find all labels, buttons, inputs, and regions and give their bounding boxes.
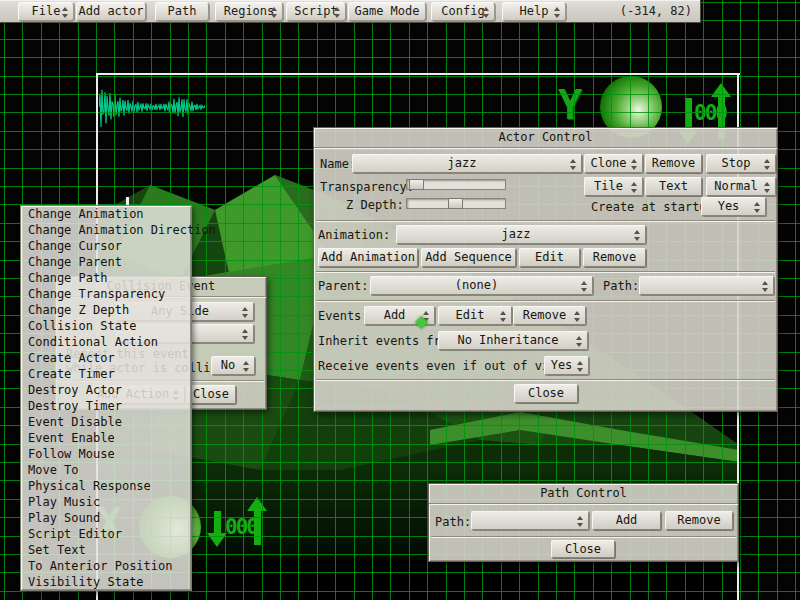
- repeat-combo[interactable]: No: [211, 356, 255, 375]
- arrow-stem: [685, 98, 692, 130]
- menu-item[interactable]: Change Animation Direction: [21, 222, 191, 238]
- menu-item[interactable]: Create Actor: [21, 350, 191, 366]
- menu-item[interactable]: Visibility State: [21, 574, 191, 590]
- inherit-combo[interactable]: No Inheritance: [438, 331, 588, 350]
- menu-script[interactable]: Script: [286, 2, 346, 21]
- path-combo[interactable]: [471, 511, 589, 530]
- zdepth-slider[interactable]: [406, 198, 506, 209]
- inherit-value: No Inheritance: [443, 332, 573, 349]
- menu-item[interactable]: Set Text: [21, 542, 191, 558]
- parent-combo[interactable]: (none): [370, 276, 593, 295]
- menu-script-label: Script: [294, 4, 337, 18]
- tile-button[interactable]: Tile: [584, 177, 643, 196]
- menu-item[interactable]: Destroy Actor: [21, 382, 191, 398]
- startup-combo[interactable]: Yes: [701, 197, 766, 216]
- menu-item[interactable]: Change Animation: [21, 206, 191, 222]
- menu-help[interactable]: Help: [502, 2, 566, 21]
- path-close-button[interactable]: Close: [551, 540, 615, 558]
- menu-regions[interactable]: Regions: [215, 2, 283, 21]
- animation-value: jazz: [401, 226, 631, 243]
- events-label: Events:: [318, 309, 369, 323]
- menu-config[interactable]: Config: [431, 2, 495, 21]
- menu-item[interactable]: To Anterior Position: [21, 558, 191, 574]
- path-label: Path:: [603, 279, 639, 293]
- animation-label: Animation:: [318, 228, 390, 242]
- actor-close-button[interactable]: Close: [514, 384, 578, 403]
- spinner-icon: [763, 159, 772, 170]
- menu-help-label: Help: [520, 4, 549, 18]
- separator: [316, 300, 775, 302]
- top-menu-bar: File Add actor Path Regions Script Game …: [0, 0, 701, 23]
- separator: [431, 536, 736, 538]
- spinner-icon: [569, 159, 578, 170]
- transparency-slider-handle[interactable]: [409, 179, 424, 190]
- menu-item[interactable]: Collision State: [21, 318, 191, 334]
- menu-item[interactable]: Play Sound: [21, 510, 191, 526]
- path-control-title: Path Control: [429, 484, 738, 504]
- menu-path[interactable]: Path: [155, 2, 209, 21]
- menu-regions-label: Regions: [224, 4, 275, 18]
- menu-item[interactable]: Move To: [21, 462, 191, 478]
- stop-button[interactable]: Stop: [706, 154, 776, 173]
- events-remove-combo[interactable]: Remove: [513, 306, 586, 325]
- remove-actor-button[interactable]: Remove: [645, 154, 702, 173]
- menu-item[interactable]: Change Transparency: [21, 286, 191, 302]
- menu-item[interactable]: Play Music: [21, 494, 191, 510]
- normal-combo[interactable]: Normal: [706, 177, 776, 196]
- spinner-icon: [241, 307, 250, 318]
- menu-path-label: Path: [168, 4, 197, 18]
- add-sequence-button[interactable]: Add Sequence: [421, 248, 516, 267]
- menu-item[interactable]: Event Disable: [21, 414, 191, 430]
- menu-item[interactable]: Destroy Timer: [21, 398, 191, 414]
- tile-label: Tile: [589, 178, 628, 195]
- menu-item[interactable]: Physical Response: [21, 478, 191, 494]
- menu-game-mode[interactable]: Game Mode: [348, 2, 426, 21]
- remove-animation-button[interactable]: Remove: [583, 248, 646, 267]
- text-button[interactable]: Text: [645, 177, 702, 196]
- spinner-icon: [499, 311, 508, 322]
- spinner-icon: [482, 7, 491, 18]
- arrow-stem: [254, 511, 261, 545]
- menu-item[interactable]: Script Editor: [21, 526, 191, 542]
- mouse-coordinates: (-314, 82): [598, 4, 692, 18]
- receive-events-combo[interactable]: Yes: [544, 356, 589, 375]
- collision-close-button[interactable]: Close: [186, 385, 236, 404]
- path-add-button[interactable]: Add: [592, 511, 661, 530]
- name-label: Name:: [320, 157, 356, 171]
- menu-item[interactable]: Change Parent: [21, 254, 191, 270]
- events-edit-combo[interactable]: Edit: [438, 306, 512, 325]
- menu-file-label: File: [32, 4, 61, 18]
- game-editor-stage: Y 000 X 000 Collision Event Any Side: [0, 0, 800, 600]
- parent-value: (none): [375, 277, 578, 294]
- spinner-icon: [576, 361, 585, 372]
- x-scroll-up-arrow[interactable]: [247, 497, 267, 545]
- path-control-dialog: Path Control Path: Add Remove Close: [428, 483, 739, 562]
- spinner-icon: [761, 281, 770, 292]
- clone-button[interactable]: Clone: [584, 154, 643, 173]
- menu-add-actor-label: Add actor: [78, 4, 143, 18]
- spinner-icon: [575, 336, 584, 347]
- menu-item[interactable]: Create Timer: [21, 366, 191, 382]
- spinner-icon: [753, 202, 762, 213]
- menu-item[interactable]: Follow Mouse: [21, 446, 191, 462]
- menu-item[interactable]: Change Cursor: [21, 238, 191, 254]
- menu-item[interactable]: Change Z Depth: [21, 302, 191, 318]
- menu-file[interactable]: File: [18, 2, 74, 21]
- arrow-head-down-icon: [207, 533, 227, 547]
- separator: [316, 379, 775, 381]
- add-animation-button[interactable]: Add Animation: [318, 248, 418, 267]
- sound-waveform[interactable]: [99, 82, 209, 132]
- menu-add-actor[interactable]: Add actor: [76, 2, 146, 21]
- menu-item[interactable]: Conditional Action: [21, 334, 191, 350]
- transparency-slider[interactable]: [406, 179, 506, 190]
- animation-combo[interactable]: jazz: [396, 225, 646, 244]
- actor-path-combo[interactable]: [639, 276, 774, 295]
- actor-name-combo[interactable]: jazz: [352, 154, 582, 173]
- edit-animation-button[interactable]: Edit: [519, 248, 580, 267]
- zdepth-slider-handle[interactable]: [448, 198, 463, 209]
- actions-context-menu: Change Animation Change Animation Direct…: [20, 205, 192, 591]
- menu-item[interactable]: Change Path: [21, 270, 191, 286]
- x-scroll-down-arrow[interactable]: [207, 511, 227, 547]
- path-remove-button[interactable]: Remove: [665, 511, 733, 530]
- menu-item[interactable]: Event Enable: [21, 430, 191, 446]
